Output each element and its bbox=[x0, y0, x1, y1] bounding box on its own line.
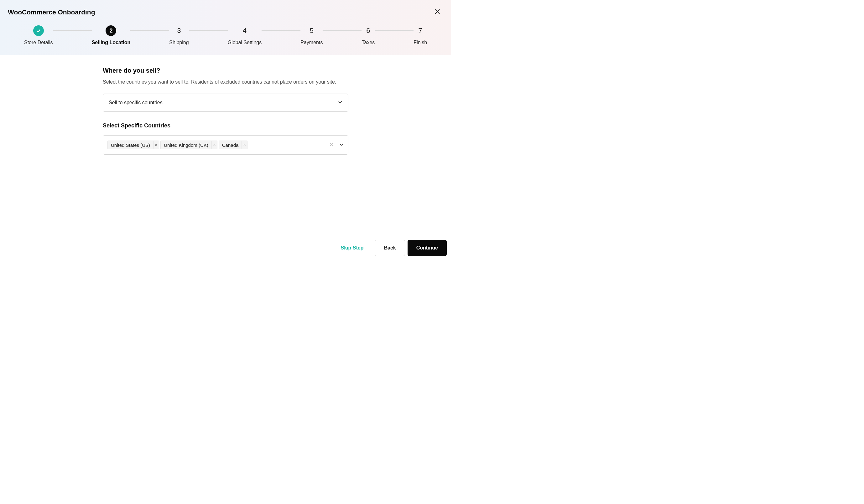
step-circle-pending: 3 bbox=[173, 25, 184, 36]
step-label: Taxes bbox=[361, 40, 375, 45]
step-label: Finish bbox=[413, 40, 427, 45]
country-chip: United States (US) ✕ bbox=[107, 140, 159, 149]
select-value-text: Sell to specific countries bbox=[109, 100, 163, 106]
step-selling-location[interactable]: 2 Selling Location bbox=[92, 25, 131, 45]
step-connector bbox=[189, 30, 228, 31]
step-circle-pending: 7 bbox=[415, 25, 426, 36]
step-global-settings[interactable]: 4 Global Settings bbox=[228, 25, 262, 45]
check-icon bbox=[36, 28, 41, 33]
chip-remove-button[interactable]: ✕ bbox=[241, 141, 247, 149]
back-button[interactable]: Back bbox=[375, 240, 405, 256]
section-title: Where do you sell? bbox=[103, 67, 348, 74]
step-label: Shipping bbox=[169, 40, 189, 45]
chip-remove-button[interactable]: ✕ bbox=[153, 141, 159, 149]
step-circle-complete bbox=[33, 25, 44, 36]
step-label: Global Settings bbox=[228, 40, 262, 45]
step-finish[interactable]: 7 Finish bbox=[413, 25, 427, 45]
country-chip: United Kingdom (UK) ✕ bbox=[160, 140, 217, 149]
countries-label: Select Specific Countries bbox=[103, 122, 348, 129]
clear-all-button[interactable] bbox=[329, 142, 334, 148]
chip-label: United Kingdom (UK) bbox=[161, 141, 212, 149]
step-taxes[interactable]: 6 Taxes bbox=[361, 25, 375, 45]
multiselect-controls bbox=[329, 142, 344, 148]
step-label: Payments bbox=[300, 40, 323, 45]
continue-button[interactable]: Continue bbox=[408, 240, 447, 256]
chevron-down-icon bbox=[338, 100, 343, 106]
step-label: Store Details bbox=[24, 40, 53, 45]
step-circle-pending: 6 bbox=[363, 25, 373, 36]
selling-mode-select[interactable]: Sell to specific countries bbox=[103, 94, 348, 112]
country-chip: Canada ✕ bbox=[219, 140, 248, 149]
selected-chips: United States (US) ✕ United Kingdom (UK)… bbox=[107, 140, 248, 149]
step-payments[interactable]: 5 Payments bbox=[300, 25, 323, 45]
step-connector bbox=[53, 30, 92, 31]
section-description: Select the countries you want to sell to… bbox=[103, 79, 348, 85]
text-cursor bbox=[164, 100, 164, 106]
step-label: Selling Location bbox=[92, 40, 131, 45]
step-shipping[interactable]: 3 Shipping bbox=[169, 25, 189, 45]
onboarding-header: WooCommerce Onboarding Store Details 2 S… bbox=[0, 0, 451, 55]
chip-label: Canada bbox=[219, 141, 242, 149]
step-circle-active: 2 bbox=[106, 25, 116, 36]
header-top-bar: WooCommerce Onboarding bbox=[8, 8, 443, 16]
footer-actions: Skip Step Back Continue bbox=[332, 235, 451, 260]
select-value: Sell to specific countries bbox=[109, 100, 164, 106]
step-connector bbox=[262, 30, 300, 31]
close-icon bbox=[329, 143, 334, 147]
skip-step-button[interactable]: Skip Step bbox=[332, 240, 372, 256]
step-connector bbox=[323, 30, 361, 31]
step-connector bbox=[130, 30, 169, 31]
step-connector bbox=[375, 30, 413, 31]
chip-label: United States (US) bbox=[108, 141, 153, 149]
close-button[interactable] bbox=[433, 8, 441, 16]
chip-remove-button[interactable]: ✕ bbox=[212, 141, 217, 149]
main-content: Where do you sell? Select the countries … bbox=[103, 55, 348, 155]
countries-multiselect[interactable]: United States (US) ✕ United Kingdom (UK)… bbox=[103, 135, 348, 155]
step-store-details[interactable]: Store Details bbox=[24, 25, 53, 45]
step-circle-pending: 5 bbox=[307, 25, 317, 36]
step-circle-pending: 4 bbox=[239, 25, 250, 36]
close-icon bbox=[434, 9, 440, 14]
chevron-down-icon[interactable] bbox=[339, 142, 344, 148]
app-title: WooCommerce Onboarding bbox=[8, 9, 95, 16]
progress-stepper: Store Details 2 Selling Location 3 Shipp… bbox=[8, 25, 443, 45]
